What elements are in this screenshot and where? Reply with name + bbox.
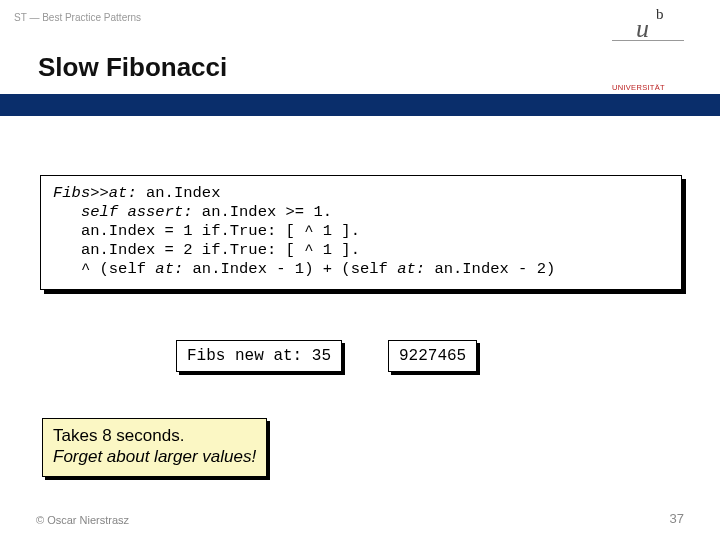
page-title: Slow Fibonacci xyxy=(38,52,227,83)
code-content: Fibs>>at: an.Index self assert: an.Index… xyxy=(53,184,669,279)
note-line1: Takes 8 seconds. xyxy=(53,425,256,446)
logo-b-glyph: b xyxy=(656,6,664,23)
header-bar xyxy=(0,94,720,116)
slide: ST — Best Practice Patterns u b UNIVERSI… xyxy=(0,0,720,540)
note-box: Takes 8 seconds. Forget about larger val… xyxy=(42,418,267,477)
call-expression: Fibs new at: 35 xyxy=(176,340,342,372)
code-block: Fibs>>at: an.Index self assert: an.Index… xyxy=(40,175,682,290)
breadcrumb: ST — Best Practice Patterns xyxy=(14,12,141,23)
note-line2: Forget about larger values! xyxy=(53,446,256,467)
result-box: 9227465 xyxy=(388,340,477,372)
footer-copyright: © Oscar Nierstrasz xyxy=(36,514,129,526)
logo-divider xyxy=(612,40,684,41)
result-value: 9227465 xyxy=(388,340,477,372)
university-logo: u b UNIVERSITÄT BERN xyxy=(612,6,692,101)
call-expression-box: Fibs new at: 35 xyxy=(176,340,342,372)
page-number: 37 xyxy=(670,511,684,526)
